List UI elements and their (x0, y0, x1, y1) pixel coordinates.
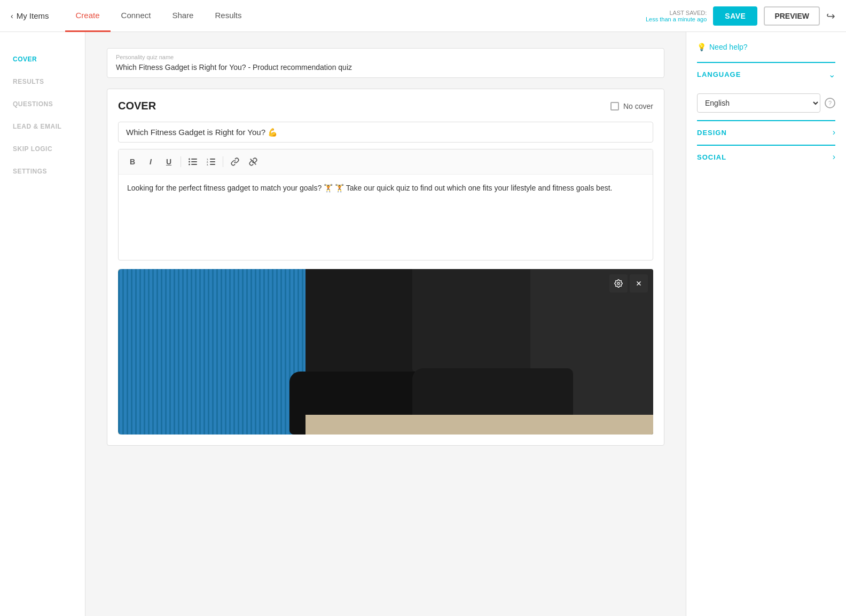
image-settings-button[interactable] (609, 274, 628, 293)
nav-right: LAST SAVED: Less than a minute ago SAVE … (646, 6, 835, 26)
bullet-list-button[interactable] (184, 154, 201, 170)
design-section: DESIGN › (697, 120, 835, 137)
leg-left (306, 269, 423, 377)
design-section-title: DESIGN (697, 129, 727, 137)
last-saved-time: Less than a minute ago (646, 16, 707, 22)
toolbar-divider-2 (223, 156, 223, 167)
italic-button[interactable]: I (142, 154, 159, 170)
tab-connect[interactable]: Connect (111, 0, 162, 32)
underline-button[interactable]: U (160, 154, 177, 170)
editor-toolbar: B I U 1.2.3. (119, 149, 653, 175)
svg-text:3.: 3. (207, 163, 208, 165)
editor-body[interactable]: Looking for the perfect fitness gadget t… (119, 175, 653, 260)
image-remove-button[interactable] (630, 274, 648, 293)
language-select-wrapper: English Spanish French German Portuguese… (697, 80, 835, 113)
social-chevron-right-icon: › (833, 152, 835, 162)
cursor-tool-icon[interactable]: ↪ (826, 10, 835, 22)
no-cover-label[interactable]: No cover (610, 102, 653, 110)
design-section-header[interactable]: DESIGN › (697, 128, 835, 137)
bold-button[interactable]: B (124, 154, 141, 170)
svg-rect-11 (210, 164, 215, 165)
sidebar-item-questions[interactable]: QUESTIONS (0, 93, 85, 115)
social-section-header[interactable]: SOCIAL › (697, 152, 835, 162)
unlink-button[interactable] (245, 154, 262, 170)
link-button[interactable] (226, 154, 244, 170)
language-chevron-down-icon: ⌄ (828, 69, 835, 80)
language-section-title: LANGUAGE (697, 70, 741, 78)
preview-button[interactable]: PREVIEW (764, 6, 820, 26)
sidebar-item-cover[interactable]: COVER (0, 48, 85, 70)
need-help[interactable]: 💡 Need help? (697, 43, 835, 51)
design-chevron-right-icon: › (833, 128, 835, 137)
svg-point-4 (189, 164, 190, 165)
svg-point-2 (189, 161, 190, 163)
floor (306, 415, 653, 435)
image-controls (609, 274, 648, 293)
language-help-icon[interactable]: ? (825, 98, 835, 108)
cover-image-area (118, 269, 653, 435)
sidebar: COVER RESULTS QUESTIONS LEAD & EMAIL SKI… (0, 32, 85, 616)
no-cover-checkbox[interactable] (610, 102, 619, 110)
toolbar-divider-1 (181, 156, 181, 167)
save-button[interactable]: SAVE (713, 6, 757, 26)
svg-point-0 (189, 159, 190, 160)
help-icon: 💡 (697, 43, 706, 51)
text-editor: B I U 1.2.3. (118, 149, 653, 260)
last-saved-label: LAST SAVED: (646, 10, 707, 16)
main-content: Personality quiz name COVER No cover B I… (85, 32, 686, 616)
svg-rect-3 (191, 161, 197, 162)
social-section: SOCIAL › (697, 145, 835, 162)
main-layout: COVER RESULTS QUESTIONS LEAD & EMAIL SKI… (0, 32, 846, 616)
tab-results[interactable]: Results (204, 0, 252, 32)
cover-title: COVER (118, 100, 156, 112)
cover-header: COVER No cover (118, 100, 653, 112)
sidebar-item-lead-email[interactable]: LEAD & EMAIL (0, 115, 85, 138)
back-to-my-items[interactable]: ‹ My Items (11, 11, 49, 20)
svg-rect-5 (191, 164, 197, 165)
last-saved-info: LAST SAVED: Less than a minute ago (646, 10, 707, 22)
right-panel: 💡 Need help? LANGUAGE ⌄ English Spanish … (686, 32, 846, 616)
social-section-title: SOCIAL (697, 153, 726, 161)
language-section-header[interactable]: LANGUAGE ⌄ (697, 69, 835, 80)
sidebar-item-settings[interactable]: SETTINGS (0, 160, 85, 183)
back-label: My Items (17, 11, 49, 20)
sidebar-item-skip-logic[interactable]: SKIP LOGIC (0, 138, 85, 160)
nav-tabs: Create Connect Share Results (65, 0, 646, 32)
quiz-name-label: Personality quiz name (116, 54, 655, 60)
svg-point-13 (617, 282, 620, 285)
cover-section: COVER No cover B I U (107, 89, 664, 446)
quiz-title-input[interactable] (118, 122, 653, 143)
quiz-name-input[interactable] (116, 63, 655, 72)
svg-rect-7 (210, 159, 215, 160)
tab-share[interactable]: Share (161, 0, 204, 32)
quiz-name-wrapper: Personality quiz name (107, 48, 664, 78)
language-section: LANGUAGE ⌄ English Spanish French German… (697, 62, 835, 113)
svg-rect-9 (210, 161, 215, 162)
language-select[interactable]: English Spanish French German Portuguese (697, 93, 820, 113)
tab-create[interactable]: Create (65, 0, 111, 32)
sidebar-item-results[interactable]: RESULTS (0, 70, 85, 93)
top-nav: ‹ My Items Create Connect Share Results … (0, 0, 846, 32)
language-select-row: English Spanish French German Portuguese… (697, 93, 835, 113)
back-arrow-icon: ‹ (11, 12, 13, 20)
leg-right (412, 269, 530, 372)
svg-rect-1 (191, 159, 197, 160)
numbered-list-button[interactable]: 1.2.3. (202, 154, 220, 170)
